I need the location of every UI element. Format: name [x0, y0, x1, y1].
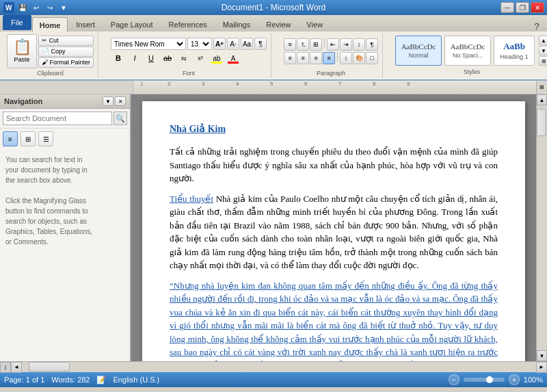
svg-text:W: W	[5, 4, 12, 12]
styles-label: Styles	[395, 68, 547, 75]
h-scroll-track[interactable]	[22, 362, 536, 372]
para-sep-1	[324, 38, 325, 48]
scroll-down-btn[interactable]: ▼	[537, 350, 547, 361]
styles-scroll: ▲ ▼ ⊞	[539, 36, 547, 66]
zoom-slider-thumb	[486, 376, 493, 383]
document-with-scroll: Nhà Giả Kim Tất cả những trải nghiệm tro…	[131, 94, 547, 361]
shading-btn[interactable]: 🎨	[353, 52, 365, 64]
scroll-track[interactable]	[537, 105, 547, 350]
undo-quick-btn[interactable]: ↩	[30, 2, 42, 13]
h-scroll-right-btn[interactable]: ►	[536, 362, 547, 373]
align-left-btn[interactable]: ≡	[284, 52, 296, 64]
status-right: − + 100%	[449, 374, 543, 385]
paste-button[interactable]: 📋 Paste	[7, 34, 37, 68]
h-scroll-left-btn[interactable]: ◄	[11, 362, 22, 373]
sort-btn[interactable]: ↕	[353, 38, 365, 51]
horizontal-ruler: 1 2 3 4 5 6 7 8 9	[133, 81, 536, 94]
nav-controls: ▼ ✕	[103, 96, 126, 106]
align-center-btn[interactable]: ≡	[297, 52, 309, 64]
close-btn[interactable]: ✕	[531, 2, 544, 13]
scroll-thumb[interactable]	[537, 109, 546, 136]
change-case-btn[interactable]: Aa	[241, 38, 253, 50]
nav-view-buttons: ≡ ⊞ ☰	[0, 129, 130, 149]
minimize-btn[interactable]: ─	[501, 2, 514, 13]
cut-button[interactable]: ✂ Cut	[38, 36, 94, 46]
para-controls: ≡ ⒈ ⊞ ⇤ ⇥ ↕ ¶ ≡ ≡ ≡ ≡	[284, 38, 378, 64]
font-shrink-btn[interactable]: A-	[227, 38, 239, 50]
styles-scroll-down[interactable]: ▼	[539, 46, 547, 55]
decrease-indent-btn[interactable]: ⇤	[327, 38, 339, 51]
navigation-panel: Navigation ▼ ✕ 🔍 ≡ ⊞ ☰ You can search fo…	[0, 94, 131, 361]
bold-button[interactable]: B	[111, 51, 126, 65]
group-clipboard: 📋 Paste ✂ Cut 📄 Copy 🖌 Format Painter Cl…	[3, 33, 98, 78]
line-spacing-btn[interactable]: ↕	[340, 52, 352, 64]
tab-file[interactable]: File	[3, 15, 31, 30]
zoom-in-btn[interactable]: +	[509, 374, 520, 385]
zoom-level[interactable]: 100%	[524, 376, 543, 384]
font-color-button[interactable]: A	[226, 51, 241, 65]
nav-browse-headings-btn[interactable]: ≡	[3, 131, 18, 146]
tab-insert[interactable]: Insert	[68, 16, 103, 31]
styles-more-btn[interactable]: ⊞	[539, 56, 547, 66]
h-scroll-thumb[interactable]	[29, 362, 70, 371]
ribbon-help-btn[interactable]: ?	[532, 21, 544, 31]
highlight-button[interactable]: ab	[209, 51, 224, 65]
tab-references[interactable]: References	[161, 16, 215, 31]
style-normal-label: Normal	[409, 52, 429, 59]
clear-format-btn[interactable]: ¶	[254, 38, 267, 50]
style-heading1[interactable]: AaBb Heading 1	[494, 36, 535, 66]
copy-button[interactable]: 📄 Copy	[38, 47, 94, 57]
restore-btn[interactable]: ❐	[516, 2, 529, 13]
search-icon-button[interactable]: 🔍	[114, 112, 127, 125]
quick-access-dropdown[interactable]: ▼	[57, 2, 70, 13]
redo-quick-btn[interactable]: ↪	[44, 2, 56, 13]
title-bar-left: W 💾 ↩ ↪ ▼	[3, 2, 70, 13]
style-no-spacing[interactable]: AaBbCcDc No Spaci...	[444, 36, 491, 66]
scroll-up-btn[interactable]: ▲	[537, 94, 547, 105]
nav-help-text: You can search for text in your document…	[0, 149, 130, 361]
styles-scroll-up[interactable]: ▲	[539, 36, 547, 45]
multilevel-list-btn[interactable]: ⊞	[310, 38, 322, 51]
font-row-2: B I U ab x₂ x² ab A	[111, 51, 267, 65]
justify-btn[interactable]: ≡	[323, 52, 335, 64]
tab-review[interactable]: Review	[258, 16, 298, 31]
tab-view[interactable]: View	[299, 16, 330, 31]
tab-mailings[interactable]: Mailings	[215, 16, 258, 31]
strikethrough-button[interactable]: ab	[160, 51, 175, 65]
nav-browse-pages-btn[interactable]: ⊞	[21, 131, 36, 146]
numbering-btn[interactable]: ⒈	[297, 38, 309, 51]
search-input[interactable]	[3, 112, 112, 125]
nav-down-btn[interactable]: ▼	[103, 96, 114, 106]
word-icon: W	[3, 2, 15, 13]
word-count: Words: 282	[51, 376, 90, 384]
superscript-button[interactable]: x²	[193, 51, 208, 65]
document-title: Nhà Giả Kim	[170, 122, 498, 137]
show-formatting-btn[interactable]: ¶	[366, 38, 378, 51]
document-area: Nhà Giả Kim Tất cả những trải nghiệm tro…	[131, 94, 536, 361]
bullets-btn[interactable]: ≡	[284, 38, 296, 51]
underline-button[interactable]: U	[144, 51, 159, 65]
increase-indent-btn[interactable]: ⇥	[340, 38, 352, 51]
language[interactable]: English (U.S.)	[113, 376, 159, 384]
clipboard-content: 📋 Paste ✂ Cut 📄 Copy 🖌 Format Painter	[7, 34, 94, 68]
format-painter-button[interactable]: 🖌 Format Painter	[38, 57, 94, 68]
font-grow-btn[interactable]: A+	[213, 38, 226, 50]
border-btn[interactable]: □	[366, 52, 378, 64]
save-quick-btn[interactable]: 💾	[16, 2, 29, 13]
nav-close-btn[interactable]: ✕	[115, 96, 126, 106]
align-right-btn[interactable]: ≡	[310, 52, 322, 64]
split-btn[interactable]: |	[0, 362, 11, 373]
font-size-select[interactable]: 13	[187, 38, 212, 50]
nav-browse-results-btn[interactable]: ☰	[38, 131, 53, 146]
spell-check-icon: 📝	[96, 376, 106, 384]
tab-home[interactable]: Home	[32, 17, 68, 32]
vertical-scrollbar: ▲ ▼	[536, 94, 547, 361]
subscript-button[interactable]: x₂	[176, 51, 191, 65]
font-family-select[interactable]: Times New Rom	[111, 38, 186, 50]
zoom-out-btn[interactable]: −	[449, 374, 459, 385]
styles-area: AaBbCcDc Normal AaBbCcDc No Spaci... AaB…	[395, 36, 547, 66]
tab-page-layout[interactable]: Page Layout	[103, 16, 161, 31]
zoom-slider[interactable]	[464, 378, 505, 382]
italic-button[interactable]: I	[127, 51, 142, 65]
style-normal[interactable]: AaBbCcDc Normal	[395, 36, 442, 66]
